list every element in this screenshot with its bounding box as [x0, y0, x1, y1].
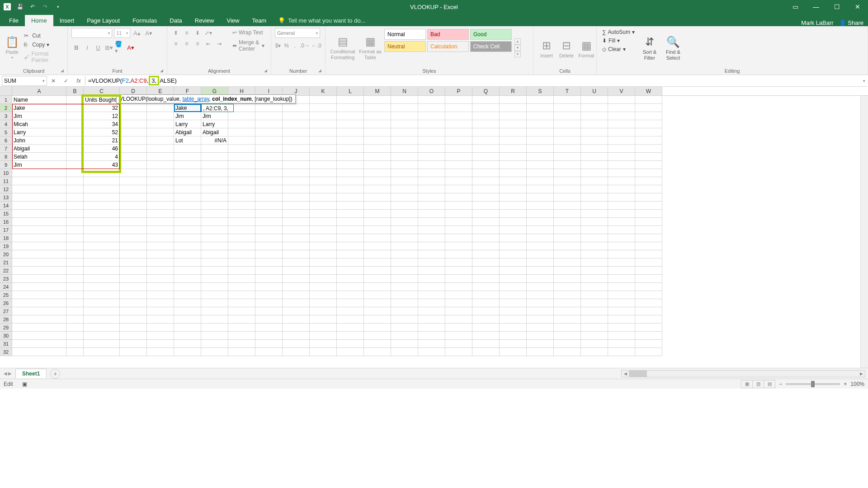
cell[interactable]: [608, 250, 635, 258]
cell[interactable]: [554, 218, 581, 226]
align-right-icon[interactable]: ≡: [193, 39, 203, 49]
cell[interactable]: [608, 104, 635, 112]
cell[interactable]: [445, 348, 472, 356]
cell[interactable]: [527, 193, 554, 202]
cell[interactable]: [201, 153, 228, 161]
cell[interactable]: [472, 291, 500, 299]
cell[interactable]: [84, 210, 120, 218]
cell[interactable]: [228, 185, 255, 193]
cell[interactable]: 43: [84, 161, 120, 169]
cell[interactable]: 32: [84, 104, 120, 112]
cell[interactable]: [527, 218, 554, 226]
formula-input[interactable]: =VLOOKUP(F2, A2:C9, 3, ALSE): [85, 76, 860, 85]
cell[interactable]: Lot: [174, 136, 201, 145]
cell[interactable]: [66, 112, 84, 120]
cell[interactable]: [635, 177, 662, 185]
cell[interactable]: [364, 340, 391, 348]
cell[interactable]: [147, 104, 174, 112]
cell[interactable]: [310, 112, 337, 120]
cell[interactable]: [635, 307, 662, 315]
cell[interactable]: [66, 234, 84, 242]
cell[interactable]: [608, 185, 635, 193]
cell[interactable]: [364, 128, 391, 136]
cell[interactable]: [581, 218, 608, 226]
cell[interactable]: [527, 234, 554, 242]
cell[interactable]: [445, 177, 472, 185]
clear-button[interactable]: ◇Clear ▾: [600, 45, 637, 53]
autosum-button[interactable]: ∑AutoSum ▾: [600, 28, 637, 36]
row-header[interactable]: 24: [0, 283, 12, 291]
cell[interactable]: [500, 299, 527, 307]
cell[interactable]: [527, 242, 554, 250]
cell[interactable]: [364, 291, 391, 299]
cell[interactable]: [283, 234, 310, 242]
cell[interactable]: [472, 120, 500, 128]
cell[interactable]: [554, 210, 581, 218]
cell[interactable]: [391, 275, 418, 283]
cell[interactable]: [147, 332, 174, 340]
cell[interactable]: [581, 283, 608, 291]
cell[interactable]: [84, 242, 120, 250]
cell[interactable]: [391, 177, 418, 185]
cell[interactable]: [201, 193, 228, 202]
cell[interactable]: [445, 218, 472, 226]
cell[interactable]: [228, 169, 255, 177]
cell[interactable]: [147, 226, 174, 234]
cell[interactable]: [120, 250, 147, 258]
cell[interactable]: [174, 234, 201, 242]
minimize-icon[interactable]: —: [806, 0, 826, 14]
cell[interactable]: [120, 307, 147, 315]
border-button[interactable]: ⊞▾: [104, 42, 114, 52]
cell[interactable]: [608, 136, 635, 145]
function-tooltip[interactable]: VLOOKUP(lookup_value, table_array, col_i…: [116, 94, 296, 103]
cell[interactable]: [201, 332, 228, 340]
cell[interactable]: [174, 161, 201, 169]
cell[interactable]: [391, 145, 418, 153]
cell[interactable]: [500, 275, 527, 283]
cell[interactable]: [445, 291, 472, 299]
cell-grid[interactable]: VLOOKUP(lookup_value, table_array, col_i…: [12, 96, 868, 356]
cell[interactable]: Larry: [174, 120, 201, 128]
cell[interactable]: [66, 120, 84, 128]
cell[interactable]: [364, 299, 391, 307]
cell[interactable]: [84, 193, 120, 202]
cell[interactable]: [283, 250, 310, 258]
cell[interactable]: [527, 283, 554, 291]
cell[interactable]: [283, 136, 310, 145]
cell[interactable]: [418, 340, 445, 348]
row-header[interactable]: 30: [0, 332, 12, 340]
cell[interactable]: [445, 234, 472, 242]
cell[interactable]: [581, 120, 608, 128]
select-all-corner[interactable]: [0, 87, 12, 95]
cell[interactable]: [228, 120, 255, 128]
cell[interactable]: 21: [84, 136, 120, 145]
cell[interactable]: [66, 348, 84, 356]
cell[interactable]: [608, 340, 635, 348]
cell[interactable]: [174, 185, 201, 193]
cell[interactable]: [472, 169, 500, 177]
cell[interactable]: [283, 332, 310, 340]
cell[interactable]: Larry: [201, 120, 228, 128]
cell[interactable]: [84, 315, 120, 324]
row-header[interactable]: 11: [0, 177, 12, 185]
fill-color-button[interactable]: 🪣▾: [115, 42, 125, 52]
close-icon[interactable]: ✕: [847, 0, 868, 14]
cell[interactable]: [445, 275, 472, 283]
cell[interactable]: [364, 307, 391, 315]
cell[interactable]: [337, 153, 364, 161]
cell[interactable]: [84, 324, 120, 332]
cell[interactable]: [608, 120, 635, 128]
zoom-out-icon[interactable]: −: [779, 381, 782, 387]
share-button[interactable]: 👤 Share: [839, 19, 863, 26]
cell[interactable]: [147, 283, 174, 291]
cell[interactable]: [66, 218, 84, 226]
cell[interactable]: [527, 145, 554, 153]
cell[interactable]: [500, 315, 527, 324]
cell[interactable]: [337, 169, 364, 177]
styles-scroll[interactable]: ▴▾▾: [514, 28, 521, 67]
cell[interactable]: [364, 112, 391, 120]
sort-filter-button[interactable]: ⇵Sort & Filter: [639, 29, 660, 67]
cell[interactable]: [445, 96, 472, 104]
cell[interactable]: [228, 267, 255, 275]
cell[interactable]: [12, 348, 66, 356]
